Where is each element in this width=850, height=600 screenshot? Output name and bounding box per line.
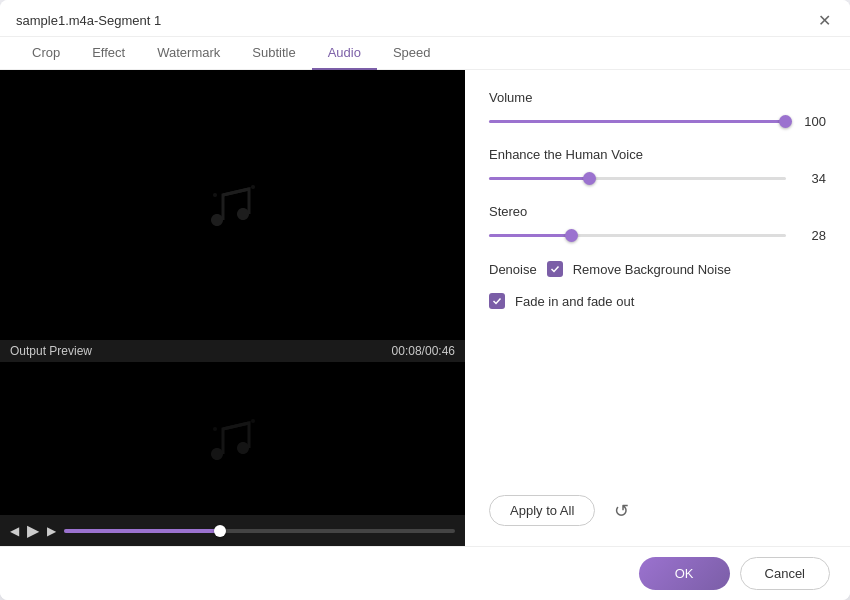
check-icon xyxy=(550,264,560,274)
enhance-slider-container xyxy=(489,168,786,188)
volume-slider-row: 100 xyxy=(489,111,826,131)
fade-row: Fade in and fade out xyxy=(489,293,826,309)
dialog-title: sample1.m4a-Segment 1 xyxy=(16,13,161,28)
left-panel: Output Preview 00:08/00:46 xyxy=(0,70,465,546)
ok-button[interactable]: OK xyxy=(639,557,730,590)
stereo-thumb xyxy=(565,229,578,242)
next-button[interactable]: ▶ xyxy=(47,524,56,538)
stereo-label: Stereo xyxy=(489,204,826,219)
output-label: Output Preview xyxy=(10,344,92,358)
prev-button[interactable]: ◀ xyxy=(10,524,19,538)
video-preview-top xyxy=(0,70,465,340)
stereo-fill xyxy=(489,234,572,237)
stereo-value: 28 xyxy=(796,228,826,243)
denoise-checkbox[interactable] xyxy=(547,261,563,277)
stereo-track xyxy=(489,234,786,237)
volume-fill xyxy=(489,120,786,123)
tab-speed[interactable]: Speed xyxy=(377,37,447,70)
enhance-value: 34 xyxy=(796,171,826,186)
dialog-footer: OK Cancel xyxy=(0,546,850,600)
stereo-slider-container xyxy=(489,225,786,245)
volume-value: 100 xyxy=(796,114,826,129)
video-preview-bottom xyxy=(0,362,465,515)
main-content: Output Preview 00:08/00:46 xyxy=(0,70,850,546)
denoise-checkbox-label: Remove Background Noise xyxy=(573,262,731,277)
cancel-button[interactable]: Cancel xyxy=(740,557,830,590)
progress-fill xyxy=(64,529,220,533)
enhance-fill xyxy=(489,177,590,180)
fade-check-icon xyxy=(492,296,502,306)
title-bar: sample1.m4a-Segment 1 ✕ xyxy=(0,0,850,37)
svg-point-2 xyxy=(213,427,217,431)
volume-track xyxy=(489,120,786,123)
fade-label: Fade in and fade out xyxy=(515,294,634,309)
music-note-icon-top xyxy=(193,165,273,245)
svg-point-3 xyxy=(251,419,255,423)
tab-watermark[interactable]: Watermark xyxy=(141,37,236,70)
output-bar: Output Preview 00:08/00:46 xyxy=(0,340,465,362)
tab-subtitle[interactable]: Subtitle xyxy=(236,37,311,70)
progress-thumb xyxy=(214,525,226,537)
stereo-slider-row: 28 xyxy=(489,225,826,245)
fade-checkbox[interactable] xyxy=(489,293,505,309)
enhance-label: Enhance the Human Voice xyxy=(489,147,826,162)
action-row: Apply to All ↺ xyxy=(489,495,826,526)
dialog: sample1.m4a-Segment 1 ✕ Crop Effect Wate… xyxy=(0,0,850,600)
stereo-control: Stereo 28 xyxy=(489,204,826,245)
denoise-row: Denoise Remove Background Noise xyxy=(489,261,826,277)
progress-track[interactable] xyxy=(64,529,455,533)
volume-thumb xyxy=(779,115,792,128)
tab-effect[interactable]: Effect xyxy=(76,37,141,70)
volume-label: Volume xyxy=(489,90,826,105)
apply-all-button[interactable]: Apply to All xyxy=(489,495,595,526)
svg-point-1 xyxy=(251,185,255,189)
volume-slider-container xyxy=(489,111,786,131)
svg-point-0 xyxy=(213,193,217,197)
playback-bar: ◀ ▶ ▶ xyxy=(0,515,465,546)
volume-control: Volume 100 xyxy=(489,90,826,131)
reset-button[interactable]: ↺ xyxy=(607,497,635,525)
enhance-thumb xyxy=(583,172,596,185)
tab-crop[interactable]: Crop xyxy=(16,37,76,70)
enhance-control: Enhance the Human Voice 34 xyxy=(489,147,826,188)
music-note-icon-bottom xyxy=(193,399,273,479)
tab-audio[interactable]: Audio xyxy=(312,37,377,70)
play-button[interactable]: ▶ xyxy=(27,521,39,540)
close-button[interactable]: ✕ xyxy=(814,10,834,30)
output-time: 00:08/00:46 xyxy=(392,344,455,358)
enhance-track xyxy=(489,177,786,180)
denoise-label: Denoise xyxy=(489,262,537,277)
right-panel: Volume 100 Enhance the Human Voice xyxy=(465,70,850,546)
enhance-slider-row: 34 xyxy=(489,168,826,188)
tab-bar: Crop Effect Watermark Subtitle Audio Spe… xyxy=(0,37,850,70)
